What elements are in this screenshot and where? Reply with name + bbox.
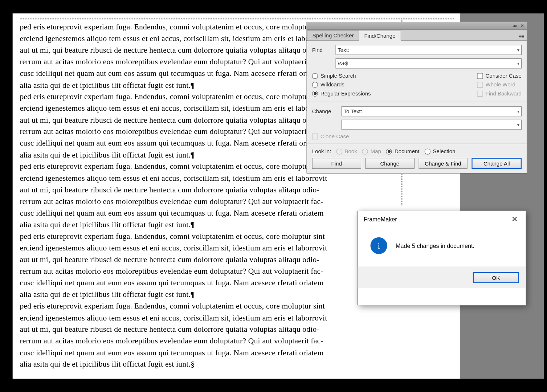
panel-titlebar: ◂◂ ✕ (307, 22, 527, 30)
panel-close-icon[interactable]: ✕ (519, 23, 525, 28)
panel-tabs: Spelling Checker Find/Change ▾≡ (307, 30, 527, 41)
radio-lookin-map: Map (362, 148, 381, 154)
ok-button[interactable]: OK (473, 272, 519, 283)
message-dialog: FrameMaker ✕ i Made 5 changes in documen… (358, 211, 526, 305)
radio-simple-search[interactable]: Simple Search (312, 73, 371, 79)
panel-menu-icon[interactable]: ▾≡ (516, 33, 527, 40)
change-type-dropdown[interactable]: To Text: ▾ (342, 106, 522, 117)
close-icon[interactable]: ✕ (508, 215, 521, 224)
chevron-down-icon: ▾ (517, 61, 519, 66)
chevron-down-icon: ▾ (517, 109, 519, 114)
check-whole-word: Whole Word (477, 81, 522, 87)
lookin-label: Look in: (312, 148, 331, 154)
chevron-down-icon: ▾ (517, 122, 519, 127)
panel-collapse-icon[interactable]: ◂◂ (511, 23, 517, 28)
check-consider-case[interactable]: Consider Case (477, 73, 522, 79)
top-margin-guide (20, 19, 454, 19)
radio-wildcards[interactable]: Wildcards (312, 81, 371, 87)
find-label: Find (312, 47, 336, 53)
dialog-title: FrameMaker (364, 216, 397, 223)
change-label: Change (312, 108, 342, 114)
separator (307, 102, 527, 102)
find-type-dropdown[interactable]: Text: ▾ (335, 45, 522, 55)
check-clone-case: Clone Case (312, 133, 522, 139)
radio-lookin-selection[interactable]: Selection (424, 148, 455, 154)
tab-spelling-checker[interactable]: Spelling Checker (307, 30, 359, 40)
change-type-value: To Text: (343, 108, 362, 114)
find-text-value: \s+$ (338, 60, 348, 66)
change-text-input[interactable]: ▾ (342, 120, 522, 130)
change-and-find-button[interactable]: Change & Find (419, 158, 468, 169)
find-change-panel: ◂◂ ✕ Spelling Checker Find/Change ▾≡ Fin… (307, 22, 527, 173)
tab-find-change[interactable]: Find/Change (359, 30, 401, 41)
info-icon: i (370, 237, 387, 254)
radio-regular-expressions[interactable]: Regular Expressions (312, 90, 371, 97)
change-all-button[interactable]: Change All (472, 158, 522, 169)
radio-lookin-book: Book (336, 148, 357, 154)
chevron-down-icon: ▾ (517, 48, 519, 52)
dialog-message: Made 5 changes in document. (396, 242, 474, 249)
find-text-input[interactable]: \s+$ ▾ (335, 58, 522, 69)
check-find-backward: Find Backward (477, 90, 522, 97)
separator (307, 144, 527, 144)
find-type-value: Text: (338, 47, 349, 53)
radio-lookin-document[interactable]: Document (386, 148, 420, 154)
find-button[interactable]: Find (312, 158, 361, 169)
change-button[interactable]: Change (365, 158, 414, 169)
